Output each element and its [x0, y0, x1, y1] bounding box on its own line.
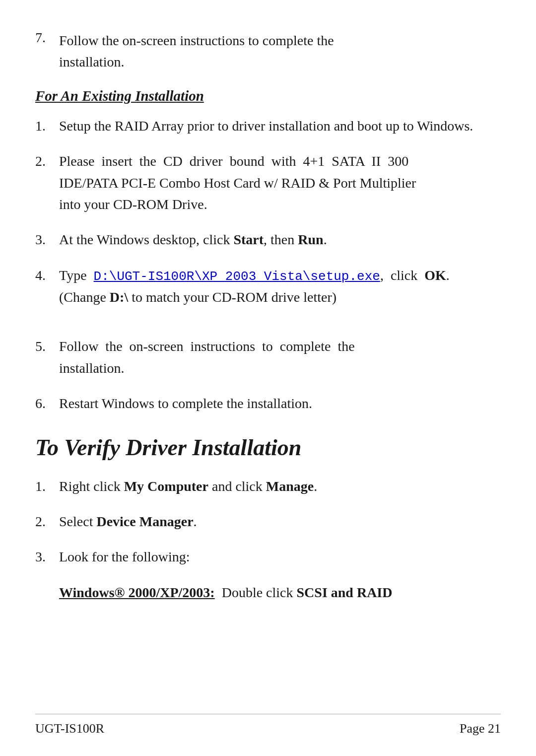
- verify-heading: To Verify Driver Installation: [35, 434, 501, 461]
- v-content-3: Look for the following:: [59, 546, 501, 567]
- bold-scsi-raid: SCSI and RAID: [297, 585, 393, 600]
- item7-number: 7.: [35, 30, 59, 46]
- bold-ok: OK: [424, 268, 446, 283]
- bold-d: D:\: [110, 289, 128, 305]
- intro-list: 7. Follow the on-screen instructions to …: [35, 30, 501, 73]
- bold-devicemanager: Device Manager: [96, 514, 193, 529]
- existing-item-3: 3. At the Windows desktop, click Start, …: [35, 229, 501, 250]
- content-2: Please insert the CD driver bound with 4…: [59, 150, 501, 215]
- existing-list: 1. Setup the RAID Array prior to driver …: [35, 115, 501, 414]
- item7-content: Follow the on-screen instructions to com…: [59, 30, 501, 73]
- existing-heading: For An Existing Installation: [35, 88, 501, 104]
- v-num-3: 3.: [35, 546, 59, 567]
- num-2: 2.: [35, 150, 59, 172]
- bold-run: Run: [298, 232, 323, 247]
- existing-section: For An Existing Installation 1. Setup th…: [35, 88, 501, 414]
- existing-item-1: 1. Setup the RAID Array prior to driver …: [35, 115, 501, 137]
- bold-mycomputer: My Computer: [124, 479, 208, 494]
- verify-section: To Verify Driver Installation 1. Right c…: [35, 434, 501, 604]
- v-num-1: 1.: [35, 476, 59, 497]
- verify-list: 1. Right click My Computer and click Man…: [35, 476, 501, 568]
- verify-item-1: 1. Right click My Computer and click Man…: [35, 476, 501, 497]
- footer-model: UGT-IS100R: [35, 721, 104, 736]
- content-5: Follow the on-screen instructions to com…: [59, 336, 501, 379]
- path-text: D:\UGT-IS100R\XP_2003_Vista\setup.exe: [94, 269, 380, 284]
- num-1: 1.: [35, 115, 59, 137]
- content-6: Restart Windows to complete the installa…: [59, 393, 501, 414]
- bold-manage: Manage: [266, 479, 314, 494]
- page-footer: UGT-IS100R Page 21: [35, 714, 501, 736]
- existing-item-5: 5. Follow the on-screen instructions to …: [35, 336, 501, 379]
- item7-text-line2: installation.: [59, 54, 124, 69]
- item4-sub: (Change D:\ to match your CD-ROM drive l…: [59, 286, 336, 308]
- windows-note: Windows® 2000/XP/2003: Double click SCSI…: [59, 582, 501, 603]
- num-6: 6.: [35, 393, 59, 414]
- item7-text-line1: Follow the on-screen instructions to com…: [59, 33, 334, 48]
- existing-item-4: 4. Type D:\UGT-IS100R\XP_2003_Vista\setu…: [35, 265, 501, 322]
- content-4: Type D:\UGT-IS100R\XP_2003_Vista\setup.e…: [59, 265, 450, 286]
- bold-start: Start: [233, 232, 264, 247]
- verify-item-2: 2. Select Device Manager.: [35, 511, 501, 532]
- page-container: 7. Follow the on-screen instructions to …: [0, 0, 536, 756]
- num-5: 5.: [35, 336, 59, 357]
- verify-item-3: 3. Look for the following:: [35, 546, 501, 567]
- v-num-2: 2.: [35, 511, 59, 532]
- v-content-2: Select Device Manager.: [59, 511, 501, 532]
- content-3: At the Windows desktop, click Start, the…: [59, 229, 501, 250]
- num-4: 4.: [35, 265, 59, 286]
- windows-label: Windows® 2000/XP/2003:: [59, 585, 215, 600]
- footer-page: Page 21: [460, 721, 501, 736]
- windows-text: Double click SCSI and RAID: [215, 585, 393, 600]
- item4-main-row: 4. Type D:\UGT-IS100R\XP_2003_Vista\setu…: [35, 265, 450, 286]
- existing-item-6: 6. Restart Windows to complete the insta…: [35, 393, 501, 414]
- v-content-1: Right click My Computer and click Manage…: [59, 476, 501, 497]
- content-1: Setup the RAID Array prior to driver ins…: [59, 115, 501, 137]
- num-3: 3.: [35, 229, 59, 250]
- existing-item-2: 2. Please insert the CD driver bound wit…: [35, 150, 501, 215]
- item7-row: 7. Follow the on-screen instructions to …: [35, 30, 501, 73]
